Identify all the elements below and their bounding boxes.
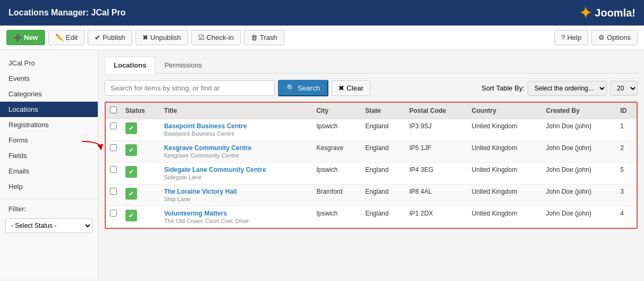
status-published-icon[interactable]: ✔ [125,122,137,134]
table-row: ✔ Volunteering Matters The Old Crown Cou… [106,206,637,228]
new-button[interactable]: ➕ New [6,30,45,45]
row-checkbox[interactable] [110,144,117,151]
col-status: Status [121,103,160,119]
help-button[interactable]: ? Help [554,30,588,45]
sidebar-item-jcalpro[interactable]: JCal Pro [0,55,98,71]
title-link[interactable]: Kesgrave Community Centre [164,144,308,152]
row-state: England [361,163,405,185]
row-status: ✔ [121,185,160,206]
filter-label: Filter: [0,199,98,215]
row-city: Ipswich [312,206,361,228]
row-state: England [361,119,405,141]
row-checkbox-cell [106,141,121,163]
title-link[interactable]: Volunteering Matters [164,210,308,217]
row-status: ✔ [121,206,160,228]
toolbar: ➕ New ✏️ Edit ✔ Publish ✖ Unpublish ☑ Ch… [0,26,644,50]
row-postal: IP5 1JF [405,141,468,163]
status-filter-select[interactable]: - Select Status - Published Unpublished … [5,218,92,233]
title-subtitle: Ship Lane [164,196,191,202]
sidebar-item-help[interactable]: Help [0,179,98,194]
title-subtitle: The Old Crown Court Civic Drive [164,218,249,224]
check-icon: ✔ [95,34,100,42]
title-link[interactable]: Basepoint Business Centre [164,122,308,130]
search-bar: 🔍 Search ✖ Clear Sort Table By: Select t… [105,80,638,96]
row-postal: IP1 2DX [405,206,468,228]
row-country: United Kingdom [468,206,542,228]
sort-label: Sort Table By: [481,84,524,92]
row-title: Sidegate Lane Community Centre Sidegate … [160,163,312,185]
status-published-icon[interactable]: ✔ [125,188,137,200]
unpublish-button[interactable]: ✖ Unpublish [135,30,188,45]
row-city: Bramford [312,185,361,206]
row-checkbox-cell [106,206,121,228]
row-id: 2 [616,141,637,163]
gear-icon: ⚙ [598,34,605,42]
sidebar-item-fields[interactable]: Fields [0,148,98,163]
status-published-icon[interactable]: ✔ [125,210,137,221]
tab-locations[interactable]: Locations [105,56,155,73]
row-status: ✔ [121,163,160,185]
search-button[interactable]: 🔍 Search [278,80,328,96]
col-city: City [312,103,361,119]
col-checkbox [106,103,121,119]
col-title: Title [160,103,312,119]
title-subtitle: Basepoint Business Centre [164,130,235,137]
title-link[interactable]: The Loraine Victory Hall [164,188,308,195]
title-subtitle: Kesgrave Community Centre [164,152,239,159]
row-postal: IP3 9SJ [405,119,468,141]
sort-select[interactable]: Select the ordering... [528,81,607,96]
row-checkbox[interactable] [110,188,117,195]
joomla-logo: ✦ Joomla! [579,4,635,22]
row-postal: IP4 3EG [405,163,468,185]
checkin-button[interactable]: ☑ Check-in [191,30,241,45]
row-created-by: John Doe (john) [542,163,616,185]
row-postal: IP8 4AL [405,185,468,206]
top-header: Locations Manager: JCal Pro ✦ Joomla! [0,0,644,26]
row-created-by: John Doe (john) [542,206,616,228]
col-id: ID [616,103,637,119]
search-input[interactable] [105,80,275,96]
row-country: United Kingdom [468,163,542,185]
clear-icon: ✖ [338,84,344,92]
col-created-by: Created By [542,103,616,119]
sidebar-item-categories[interactable]: Categories [0,86,98,102]
per-page-select[interactable]: 20 5 10 50 [610,81,638,96]
trash-button[interactable]: 🗑 Trash [244,30,284,45]
sidebar-item-events[interactable]: Events [0,71,98,86]
sidebar-item-emails[interactable]: Emails [0,163,98,179]
tab-permissions[interactable]: Permissions [155,56,211,73]
row-checkbox-cell [106,119,121,141]
col-country: Country [468,103,542,119]
row-created-by: John Doe (john) [542,141,616,163]
edit-icon: ✏️ [55,34,64,42]
title-link[interactable]: Sidegate Lane Community Centre [164,166,308,173]
table-row: ✔ The Loraine Victory Hall Ship Lane Bra… [106,185,637,206]
row-city: Ipswich [312,163,361,185]
row-checkbox[interactable] [110,210,117,217]
status-published-icon[interactable]: ✔ [125,144,137,156]
options-button[interactable]: ⚙ Options [591,30,638,45]
row-checkbox-cell [106,163,121,185]
row-id: 3 [616,185,637,206]
locations-table-wrapper: Status Title City State Postal Code Coun… [105,102,638,229]
table-row: ✔ Kesgrave Community Centre Kesgrave Com… [106,141,637,163]
publish-button[interactable]: ✔ Publish [88,30,132,45]
row-state: England [361,185,405,206]
clear-button[interactable]: ✖ Clear [332,80,370,96]
sidebar-item-locations[interactable]: Locations [0,102,98,117]
checkin-icon: ☑ [198,34,205,42]
page-title: Locations Manager: JCal Pro [9,8,126,18]
sidebar-item-registrations[interactable]: Registrations [0,117,98,133]
sidebar-item-forms[interactable]: Forms [0,133,98,148]
title-subtitle: Sidegate Lane [164,174,202,180]
search-icon: 🔍 [286,84,295,92]
row-state: England [361,206,405,228]
row-checkbox[interactable] [110,166,117,173]
locations-table: Status Title City State Postal Code Coun… [106,103,637,228]
row-checkbox[interactable] [110,122,117,129]
select-all-checkbox[interactable] [110,106,117,113]
edit-button[interactable]: ✏️ Edit [48,30,84,45]
tabs: Locations Permissions [105,56,638,73]
status-published-icon[interactable]: ✔ [125,166,137,178]
content-area: Locations Permissions 🔍 Search ✖ Clear S… [98,50,644,279]
